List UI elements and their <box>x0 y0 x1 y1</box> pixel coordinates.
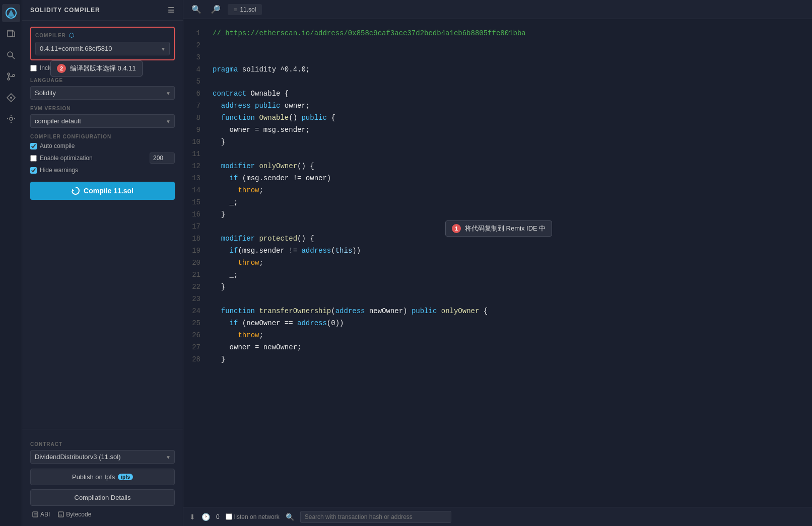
transaction-search-input[interactable] <box>300 511 451 523</box>
code-line-15: _; <box>213 196 804 208</box>
code-line-8: function Ownable() public { <box>213 112 804 124</box>
publish-badge: ipfs <box>118 474 133 480</box>
line-num-23: 23 <box>183 293 209 305</box>
compiler-version-wrapper: 0.4.11+commit.68ef58100.4.10+commit.9e8c… <box>35 42 170 55</box>
panel-menu-icon[interactable]: ☰ <box>168 6 175 14</box>
compile-btn-label: Compile 11.sol <box>84 187 133 195</box>
optimization-value-input[interactable] <box>150 153 175 164</box>
code-line-28: } <box>213 353 804 365</box>
line-num-13: 13 <box>183 172 209 184</box>
sidebar-item-settings[interactable] <box>2 110 20 128</box>
abi-icon <box>32 511 38 517</box>
line-num-2: 2 <box>183 39 209 51</box>
compiler-version-select[interactable]: 0.4.11+commit.68ef58100.4.10+commit.9e8c… <box>35 42 170 55</box>
code-line-25: if (newOwner == address(0)) <box>213 317 804 329</box>
abi-bytecode-row: ABI 01 Bytecode <box>30 511 175 518</box>
listen-on-network-label: listen on network <box>234 513 280 520</box>
left-panel: SOLIDITY COMPILER ☰ COMPILER ⬡ 0.4.11+co… <box>22 0 183 526</box>
sidebar-item-remix[interactable] <box>2 4 20 22</box>
line-num-11: 11 <box>183 148 209 160</box>
compiler-tooltip-text: 编译器版本选择 0.4.11 <box>70 64 136 73</box>
compiler-label: COMPILER <box>35 33 66 38</box>
sidebar-item-deploy[interactable] <box>2 89 20 107</box>
code-line-27: owner = newOwner; <box>213 341 804 353</box>
code-line-9: owner = msg.sender; <box>213 124 804 136</box>
code-line-21: _; <box>213 269 804 281</box>
line-num-6: 6 <box>183 88 209 100</box>
hide-warnings-checkbox[interactable] <box>30 167 37 174</box>
compiler-tooltip-badge: 2 <box>57 64 66 73</box>
line-num-10: 10 <box>183 136 209 148</box>
code-line-23 <box>213 293 804 305</box>
zoom-out-button[interactable]: 🔍 <box>189 3 204 16</box>
code-content: // https://etherscan.io/address/0x858c9e… <box>209 19 812 507</box>
line-num-20: 20 <box>183 257 209 269</box>
line-num-1: 1 <box>183 27 209 39</box>
hide-warnings-label: Hide warnings <box>40 167 78 174</box>
svg-point-10 <box>10 117 13 120</box>
transaction-count: 0 <box>216 513 220 520</box>
line-num-25: 25 <box>183 317 209 329</box>
search-bottom-icon[interactable]: 🔍 <box>286 513 294 521</box>
language-label: LANGUAGE <box>30 78 175 83</box>
enable-optimization-checkbox[interactable] <box>30 155 37 162</box>
publish-ipfs-button[interactable]: Publish on Ipfs ipfs <box>30 469 175 485</box>
auto-compile-label: Auto compile <box>40 142 75 149</box>
contract-wrapper: DividendDistributorv3 (11.sol) ▼ <box>30 450 175 464</box>
compiler-info-icon[interactable]: ⬡ <box>69 32 74 39</box>
panel-divider <box>22 429 183 429</box>
line-num-7: 7 <box>183 100 209 112</box>
code-line-12: modifier onlyOwner() { <box>213 160 804 172</box>
app-layout: SOLIDITY COMPILER ☰ COMPILER ⬡ 0.4.11+co… <box>0 0 812 526</box>
auto-compile-checkbox[interactable] <box>30 143 37 149</box>
hide-warnings-row: Hide warnings <box>30 167 175 174</box>
panel-header: SOLIDITY COMPILER ☰ <box>22 0 183 21</box>
svg-line-5 <box>12 56 15 59</box>
line-num-15: 15 <box>183 196 209 208</box>
line-num-17: 17 <box>183 220 209 233</box>
bytecode-link[interactable]: 01 Bytecode <box>58 511 91 518</box>
svg-marker-11 <box>72 189 74 191</box>
svg-text:01: 01 <box>59 513 62 516</box>
evm-version-select[interactable]: compiler default istanbul berlin <box>30 114 175 128</box>
file-tab[interactable]: ≡ 11.sol <box>228 4 262 15</box>
down-icon[interactable]: ⬇ <box>189 513 195 521</box>
contract-section: CONTRACT DividendDistributorv3 (11.sol) … <box>22 435 183 526</box>
panel-content: COMPILER ⬡ 0.4.11+commit.68ef58100.4.10+… <box>22 21 183 423</box>
sidebar-item-files[interactable] <box>2 25 20 43</box>
line-num-4: 4 <box>183 63 209 76</box>
code-line-16: } <box>213 208 804 220</box>
zoom-in-button[interactable]: 🔎 <box>209 3 223 16</box>
compile-icon <box>72 187 80 195</box>
icon-sidebar <box>0 0 22 526</box>
compilation-details-button[interactable]: Compilation Details <box>30 489 175 506</box>
language-select[interactable]: Solidity Yul <box>30 86 175 100</box>
abi-link[interactable]: ABI <box>32 511 50 518</box>
compilation-details-label: Compilation Details <box>75 494 131 501</box>
line-numbers: 1 2 3 4 5 6 7 8 9 10 11 12 13 14 15 16 1… <box>183 19 209 507</box>
compiler-label-row: COMPILER ⬡ <box>35 32 170 39</box>
evm-version-wrapper: compiler default istanbul berlin ▼ <box>30 114 175 128</box>
line-num-14: 14 <box>183 184 209 196</box>
editor-area: 🔍 🔎 ≡ 11.sol 1 将代码复制到 Remix IDE 中 1 2 3 … <box>183 0 812 526</box>
contract-select[interactable]: DividendDistributorv3 (11.sol) <box>30 450 175 464</box>
optimization-row: Enable optimization <box>30 153 175 164</box>
evm-version-label: EVM VERSION <box>30 106 175 111</box>
code-line-13: if (msg.sender != owner) <box>213 172 804 184</box>
nightly-builds-checkbox[interactable] <box>30 65 37 71</box>
code-editor[interactable]: 1 将代码复制到 Remix IDE 中 1 2 3 4 5 6 7 8 9 1… <box>183 19 812 507</box>
code-line-14: throw; <box>213 184 804 196</box>
sidebar-item-git[interactable] <box>2 67 20 86</box>
svg-point-7 <box>8 78 10 80</box>
copy-ide-badge: 1 <box>452 224 461 233</box>
bottom-bar: ⬇ 🕐 0 listen on network 🔍 <box>183 507 812 526</box>
clock-icon[interactable]: 🕐 <box>201 513 210 521</box>
line-num-9: 9 <box>183 124 209 136</box>
bytecode-label: Bytecode <box>66 511 91 518</box>
code-line-7: address public owner; <box>213 100 804 112</box>
compile-button[interactable]: Compile 11.sol <box>30 182 175 200</box>
code-line-1: // https://etherscan.io/address/0x858c9e… <box>213 27 804 39</box>
listen-on-network-checkbox[interactable] <box>226 513 232 520</box>
sidebar-item-search[interactable] <box>2 46 20 64</box>
code-line-4: pragma solidity ^0.4.0; <box>213 63 804 76</box>
